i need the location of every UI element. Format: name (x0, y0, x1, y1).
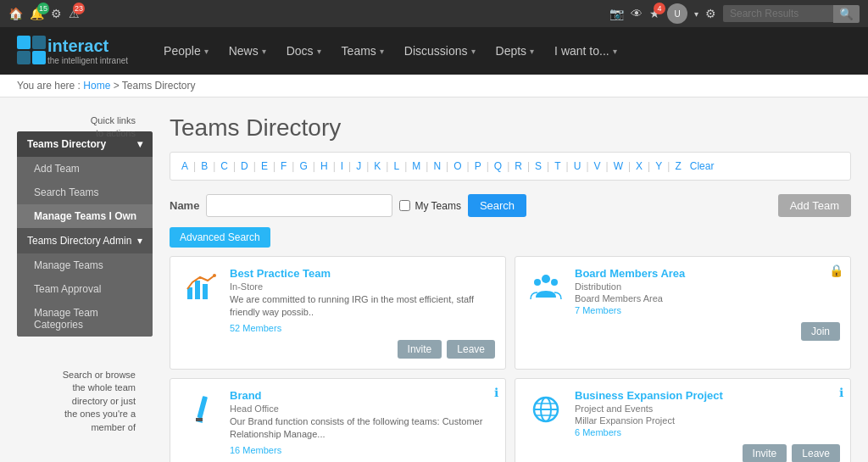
sidebar-item-search-teams[interactable]: Search Teams (17, 181, 153, 204)
alpha-p[interactable]: P (472, 159, 484, 173)
nav-depts[interactable]: Depts ▾ (486, 27, 545, 75)
info-icon-brand[interactable]: ℹ (494, 386, 498, 399)
team-members-board[interactable]: 7 Members (575, 305, 840, 315)
team-name-board[interactable]: Board Members Area (575, 267, 840, 280)
invite-button-best-practice[interactable]: Invite (398, 340, 442, 359)
svg-rect-11 (197, 396, 208, 419)
notification-badge: 15 (37, 3, 49, 14)
nav-teams[interactable]: Teams ▾ (331, 27, 394, 75)
teams-arrow: ▾ (380, 47, 384, 56)
alpha-x[interactable]: X (633, 159, 645, 173)
nav-bar: interact the intelligent intranet People… (0, 27, 868, 75)
team-name-best-practice[interactable]: Best Practice Team (230, 267, 495, 280)
alpha-t[interactable]: T (552, 159, 563, 173)
avatar[interactable]: U (667, 3, 687, 24)
alpha-d[interactable]: D (238, 159, 251, 173)
nav-depts-label: Depts (496, 44, 527, 58)
team-icon-chart (181, 267, 221, 308)
alpha-i[interactable]: I (338, 159, 346, 173)
sidebar-item-manage-teams-own[interactable]: Manage Teams I Own (17, 204, 153, 228)
gear-icon[interactable]: ⚙ (705, 7, 716, 20)
team-info-biz-expansion: Business Expansion Project Project and E… (575, 389, 840, 437)
main-layout: Teams Directory ▾ Add Team Search Teams … (0, 97, 868, 462)
admin-arrow-icon: ▾ (137, 235, 142, 247)
team-members-best-practice[interactable]: 52 Members (230, 323, 495, 333)
info-icon-biz-expansion[interactable]: ℹ (839, 386, 843, 399)
sidebar-item-add-team[interactable]: Add Team (17, 157, 153, 181)
alpha-r[interactable]: R (512, 159, 525, 173)
team-desc-best-practice: We are committed to running IRG in the m… (230, 293, 495, 320)
leave-button-biz-expansion[interactable]: Leave (792, 444, 840, 462)
alpha-e[interactable]: E (259, 159, 270, 173)
team-info-board: Board Members Area Distribution Board Me… (575, 267, 840, 315)
team-members-biz-expansion[interactable]: 6 Members (575, 427, 840, 437)
alpha-f[interactable]: F (278, 159, 289, 173)
alpha-b[interactable]: B (198, 159, 210, 173)
alpha-a[interactable]: A (179, 159, 191, 173)
search-input[interactable] (723, 5, 833, 22)
nav-docs[interactable]: Docs ▾ (276, 27, 331, 75)
sidebar-item-admin[interactable]: Teams Directory Admin ▾ (17, 228, 153, 253)
add-team-button[interactable]: Add Team (778, 194, 851, 217)
star-wrap: ★ 4 (649, 7, 660, 20)
alpha-j[interactable]: J (353, 159, 364, 173)
team-card-best-practice: Best Practice Team In-Store We are commi… (170, 256, 506, 370)
name-search-input[interactable] (206, 194, 392, 217)
alpha-y[interactable]: Y (653, 159, 665, 173)
join-button-board[interactable]: Join (801, 322, 840, 341)
alpha-m[interactable]: M (409, 159, 423, 173)
alpha-c[interactable]: C (218, 159, 231, 173)
alpha-q[interactable]: Q (492, 159, 504, 173)
alerts-wrap: ⚠ 23 (69, 7, 80, 20)
alpha-n[interactable]: N (431, 159, 443, 173)
search-teams-button[interactable]: Search (468, 194, 526, 217)
settings-icon[interactable]: ⚙ (51, 7, 62, 20)
people-arrow: ▾ (204, 47, 209, 56)
team-card-board-members: 🔒 B (515, 256, 851, 370)
nav-i-want-to[interactable]: I want to... ▾ (544, 27, 627, 75)
nav-people[interactable]: People ▾ (153, 27, 219, 75)
svg-point-9 (534, 279, 541, 286)
alpha-z[interactable]: Z (672, 159, 683, 173)
team-name-biz-expansion[interactable]: Business Expansion Project (575, 389, 840, 402)
nav-discussions[interactable]: Discussions ▾ (394, 27, 486, 75)
alpha-g[interactable]: G (297, 159, 309, 173)
sidebar-item-manage-categories[interactable]: Manage Team Categories (17, 301, 153, 337)
my-teams-checkbox[interactable] (399, 200, 410, 211)
advanced-search-button[interactable]: Advanced Search (170, 227, 270, 248)
alpha-w[interactable]: W (611, 159, 626, 173)
team-name-brand[interactable]: Brand (230, 389, 495, 402)
alpha-s[interactable]: S (532, 159, 544, 173)
chevron-down-icon[interactable]: ▾ (694, 9, 698, 19)
alpha-o[interactable]: O (451, 159, 464, 173)
breadcrumb-home[interactable]: Home (83, 80, 110, 92)
leave-button-best-practice[interactable]: Leave (447, 340, 495, 359)
page-title: Teams Directory (170, 114, 851, 142)
invite-button-biz-expansion[interactable]: Invite (743, 444, 787, 462)
teams-directory-arrow-icon: ▾ (137, 138, 142, 150)
alpha-clear[interactable]: Clear (690, 160, 715, 172)
logo-icon (17, 36, 47, 66)
team-dept-best-practice: In-Store (230, 281, 495, 292)
logo-text: interact the intelligent intranet (47, 36, 128, 65)
watch-icon[interactable]: 👁 (631, 7, 643, 20)
sidebar-item-team-approval[interactable]: Team Approval (17, 277, 153, 301)
alpha-u[interactable]: U (571, 159, 584, 173)
camera-icon[interactable]: 📷 (609, 7, 624, 20)
annotation-search-browse: Search or browsethe whole teamdirectory … (25, 369, 136, 434)
alpha-h[interactable]: H (318, 159, 331, 173)
nav-items: People ▾ News ▾ Docs ▾ Teams ▾ Discussio… (153, 27, 627, 75)
team-dept2-board: Board Members Area (575, 293, 840, 303)
top-bar: 🏠 🔔 15 ⚙ ⚠ 23 📷 👁 ★ 4 U ▾ ⚙ 🔍 (0, 0, 868, 27)
alpha-v[interactable]: V (592, 159, 604, 173)
alpha-k[interactable]: K (371, 159, 383, 173)
nav-news[interactable]: News ▾ (219, 27, 276, 75)
search-button[interactable]: 🔍 (833, 5, 860, 23)
home-icon[interactable]: 🏠 (8, 7, 23, 20)
nav-iwantto-label: I want to... (554, 44, 609, 58)
alpha-l[interactable]: L (391, 159, 402, 173)
team-members-brand[interactable]: 16 Members (230, 445, 495, 455)
search-bar-row: Name My Teams Search Add Team (170, 189, 851, 222)
team-dept-brand: Head Office (230, 404, 495, 414)
sidebar-item-manage-teams[interactable]: Manage Teams (17, 253, 153, 277)
